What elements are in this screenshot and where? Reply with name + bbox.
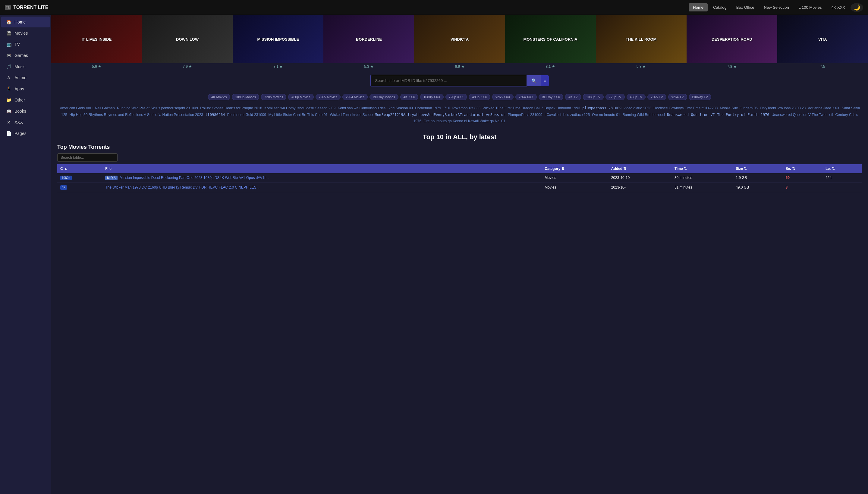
col-le: Le. ⇅ [823,164,862,173]
file-link-1[interactable]: The Wicker Man 1973 DC 2160p UHD Blu-ray… [105,185,259,189]
movie-title-6: THE KILL ROOM [623,35,659,44]
trending-link-21[interactable]: PlumperPass 231009 [508,113,542,117]
trending-link-10[interactable]: Hochsee Cowboys First Time tt0142238 [653,106,718,110]
table-header-row: C ▲ File Category ⇅ Added ⇅ Time ⇅ Size … [57,164,862,173]
tag-20[interactable]: BluRay TV [689,94,711,100]
nav-l100movies[interactable]: L 100 Movies [794,3,826,12]
sidebar-item-pages[interactable]: 📄 Pages [1,128,50,139]
tag-7[interactable]: 4K XXX [400,94,419,100]
tag-14[interactable]: 4K TV [565,94,581,100]
movie-card-1[interactable]: DOWN LOW 7.9 ★ [142,15,233,70]
trending-link-27[interactable]: Ore no Imouto ga Konna ni Kawaii Wake ga… [424,119,505,123]
tag-6[interactable]: BluRay Movies [370,94,398,100]
search-more-button[interactable]: » [541,75,549,86]
trending-link-25[interactable]: Unanswered Question VI The Poetry of Ear… [667,113,770,117]
nav-catalog[interactable]: Catalog [709,3,731,12]
movie-card-0[interactable]: IT LIVES INSIDE 5.6 ★ [51,15,142,70]
cell-category-0: Movies [541,173,608,183]
sidebar-label-anime: Anime [15,75,26,80]
movie-card-4[interactable]: VINDICTA 6.9 ★ [414,15,505,70]
nav-4kxxx[interactable]: 4K XXX [827,3,849,12]
movie-rating-6: 5.8 ★ [596,63,687,70]
sidebar-item-xxx[interactable]: ✕ XXX [1,117,50,128]
nav-home[interactable]: Home [689,3,708,12]
tv-icon: 📺 [6,42,12,47]
top-movies-section: Top Movies Torrents C ▲ File Category ⇅ … [51,144,868,198]
sidebar-label-xxx: XXX [15,120,23,125]
dark-mode-toggle[interactable]: 🌙 [851,3,863,12]
trending-link-22[interactable]: I Cavalieri dello zodiaco 125 [544,113,590,117]
trending-link-11[interactable]: Mobile Suit Gundam 06 [720,106,757,110]
tag-15[interactable]: 1080p TV [583,94,604,100]
movie-card-3[interactable]: BORDERLINE 5.3 ★ [324,15,414,70]
cell-added-0: 2023-10-10 [608,173,671,183]
nav-box-office[interactable]: Box Office [732,3,759,12]
trending-link-1[interactable]: Running Wild Pile of Skulls penthousegol… [117,106,198,110]
tag-0[interactable]: 4K Movies [208,94,230,100]
sidebar-item-home[interactable]: 🏠 Home [1,17,50,27]
nav-new-selection[interactable]: New Selection [760,3,793,12]
movie-card-6[interactable]: THE KILL ROOM 5.8 ★ [596,15,687,70]
tag-8[interactable]: 1080p XXX [420,94,444,100]
tag-13[interactable]: BluRay XXX [539,94,564,100]
tags-section: 4K Movies1080p Movies720p Movies480p Mov… [51,91,868,103]
sidebar: 🏠 Home 🎬 Movies 📺 TV 🎮 Games 🎵 Music A A… [0,15,51,494]
trending-link-24[interactable]: Running Wild Brotherhood [622,113,665,117]
sidebar-item-apps[interactable]: 📱 Apps [1,83,50,94]
cell-se-0: 59 [782,173,823,183]
trending-link-6[interactable]: Pokemon XY 833 [453,106,480,110]
col-size: Size ⇅ [733,164,782,173]
tag-10[interactable]: 480p XXX [469,94,491,100]
movie-card-2[interactable]: MISSION IMPOSSIBLE 8.1 ★ [233,15,324,70]
tag-1[interactable]: 1080p Movies [232,94,259,100]
trending-link-4[interactable]: Komi san wa Comyushou desu 2nd Season 09 [338,106,413,110]
trending-link-23[interactable]: Ore no Imouto 01 [592,113,620,117]
file-link-0[interactable]: Mission Impossible Dead Reckoning Part O… [119,176,270,180]
tag-4[interactable]: x265 Movies [316,94,341,100]
anime-icon: A [6,75,12,80]
movie-rating-8: 7.5 [777,63,868,70]
sidebar-item-other[interactable]: 📁 Other [1,95,50,106]
trending-link-15[interactable]: Hip Hop 50 Rhythms Rhymes and Reflection… [69,113,203,117]
tag-18[interactable]: x265 TV [647,94,666,100]
badge-0: M.Q.A [105,176,117,180]
trending-link-2[interactable]: Rolling Stones Hearts for Prague 2018 [200,106,262,110]
tag-11[interactable]: x265 XXX [492,94,514,100]
tag-17[interactable]: 480p TV [627,94,646,100]
movies-table: C ▲ File Category ⇅ Added ⇅ Time ⇅ Size … [57,164,862,192]
sidebar-item-movies[interactable]: 🎬 Movies [1,28,50,39]
sidebar-label-games: Games [15,53,28,58]
trending-link-13[interactable]: Adrianna Jade XXX [808,106,840,110]
sidebar-item-anime[interactable]: A Anime [1,72,50,83]
trending-link-17[interactable]: Penthouse Gold 231009 [227,113,266,117]
sidebar-item-books[interactable]: 📖 Books [1,106,50,117]
tag-3[interactable]: 480p Movies [288,94,313,100]
table-search-input[interactable] [57,153,117,162]
trending-link-19[interactable]: Wicked Tuna Inside Scoop [330,113,372,117]
trending-link-7[interactable]: Wicked Tuna First Time Dragon Ball Z Boj… [482,106,580,110]
tag-9[interactable]: 720p XXX [445,94,467,100]
trending-link-9[interactable]: video diario 2023 [624,106,651,110]
trending-link-3[interactable]: Komi san wa Comyushou desu Season 2 09 [264,106,335,110]
movie-card-7[interactable]: DESPERATION ROAD 7.8 ★ [687,15,777,70]
trending-link-20[interactable]: MomSwap221219AaliyahLoveAndPennyBarberAT… [375,113,505,117]
tag-19[interactable]: x264 TV [668,94,687,100]
tag-5[interactable]: x264 Movies [343,94,368,100]
search-button[interactable]: 🔍 [527,75,541,86]
sidebar-item-music[interactable]: 🎵 Music [1,61,50,72]
trending-link-16[interactable]: tt0986264 [205,113,225,117]
trending-link-5[interactable]: Doraemon 1979 1710 [415,106,450,110]
sidebar-item-games[interactable]: 🎮 Games [1,50,50,61]
tag-2[interactable]: 720p Movies [261,94,286,100]
tag-16[interactable]: 720p TV [606,94,625,100]
movie-card-5[interactable]: MONSTERS OF CALIFORNIA 8.1 ★ [505,15,596,70]
trending-link-8[interactable]: plumperpass 231009 [582,106,622,110]
trending-link-12[interactable]: OnlyTeenBlowJobs 23 03 23 [760,106,806,110]
trending-link-0[interactable]: American Gods Vol 1 Neil Gaiman [60,106,115,110]
movie-card-8[interactable]: VITA 7.5 [777,15,868,70]
cell-size-0: 1.9 GB [733,173,782,183]
search-input[interactable] [370,75,527,87]
sidebar-item-tv[interactable]: 📺 TV [1,39,50,50]
trending-link-18[interactable]: My Little Sister Cant Be This Cute 01 [269,113,328,117]
tag-12[interactable]: x264 XXX [515,94,537,100]
